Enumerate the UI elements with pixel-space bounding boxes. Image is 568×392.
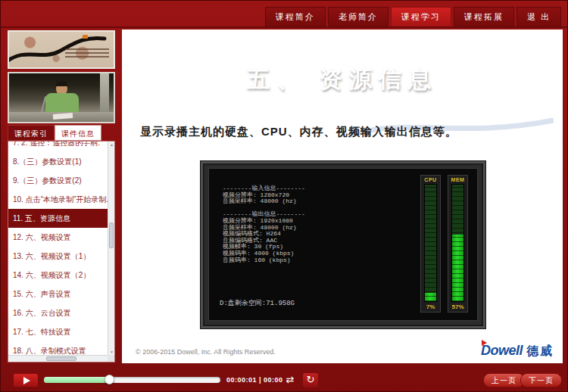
- lesson-item[interactable]: 17. 七、特技设置: [8, 322, 108, 341]
- swap-icon[interactable]: ⇄: [282, 373, 298, 387]
- nav-item[interactable]: 课程简介: [265, 7, 326, 27]
- meter-cpu: CPU7%: [420, 175, 441, 313]
- progress-track[interactable]: [44, 377, 220, 383]
- nav-item[interactable]: 课程拓展: [454, 7, 514, 27]
- logo-chinese: 德威: [526, 344, 554, 359]
- nav-item[interactable]: 退 出: [517, 7, 561, 27]
- meter-value: 57%: [451, 303, 463, 310]
- banner-wave-decoration: [133, 90, 551, 115]
- instructor-video[interactable]: [8, 72, 115, 123]
- device-screenshot: --------输入信息-------- 视频分辨率: 1280x720 音频采…: [201, 161, 485, 328]
- nav-divider: [1, 26, 567, 28]
- play-icon: [23, 377, 30, 384]
- disk-space-line: D:盘剩余空间:71.958G: [220, 298, 295, 308]
- dowell-logo: Dowell 德威: [481, 343, 554, 359]
- course-banner-image: [8, 30, 115, 69]
- replay-icon[interactable]: ↻: [303, 373, 318, 387]
- lesson-item[interactable]: 7. 2. 遥控：遥控器的手柄.: [8, 142, 108, 152]
- app-window: 课程简介老师简介课程学习课程拓展退 出 课程索引 课件信息 7. 2. 遥控：遥…: [0, 0, 568, 392]
- banner-accent: [83, 35, 88, 39]
- logo-flag-icon: [482, 340, 487, 346]
- scrollbar-corner: [108, 355, 114, 362]
- tab-course-index[interactable]: 课程索引: [8, 125, 55, 141]
- lesson-list-panel: 7. 2. 遥控：遥控器的手柄.8.（三）参数设置(1)9.（三）参数设置(2)…: [8, 141, 115, 362]
- meter-mem: MEM57%: [448, 175, 468, 313]
- horizontal-scroll-thumb[interactable]: [46, 356, 76, 361]
- play-button[interactable]: [13, 373, 39, 387]
- slide-subtitle: 显示录播主机的硬盘、CPU、内存、视频输入输出信息等。: [140, 125, 457, 139]
- slide-panel: 五、 资源信息 显示录播主机的硬盘、CPU、内存、视频输入输出信息等。 ----…: [122, 30, 563, 363]
- vertical-scrollbar[interactable]: ▲ ▼: [108, 142, 114, 355]
- lesson-item[interactable]: 13. 六、视频设置（1）: [8, 247, 108, 266]
- banner-text-decoration: [65, 48, 109, 60]
- lesson-item[interactable]: 16. 六、云台设置: [8, 303, 108, 322]
- horizontal-scrollbar[interactable]: [8, 355, 108, 362]
- lesson-item[interactable]: 9.（三）参数设置(2): [8, 171, 108, 190]
- copyright-text: © 2006-2015 Dowell, Inc. All Rights Rese…: [136, 348, 276, 356]
- lesson-item[interactable]: 8.（三）参数设置(1): [8, 152, 108, 171]
- device-screen: --------输入信息-------- 视频分辨率: 1280x720 音频采…: [208, 168, 478, 321]
- meter-value: 7%: [426, 303, 435, 310]
- lesson-item[interactable]: 12. 六、视频设置: [8, 228, 108, 247]
- lesson-item[interactable]: 11. 五、资源信息: [8, 209, 108, 228]
- meter-fill: [452, 235, 463, 301]
- lesson-item[interactable]: 14. 六、视频设置（2）: [8, 266, 108, 285]
- meter-bar: [424, 184, 437, 302]
- lesson-item[interactable]: 18. 八、录制模式设置: [8, 341, 108, 355]
- prev-page-button[interactable]: 上一页: [483, 373, 525, 387]
- lesson-item[interactable]: 10. 点击“本地录制”开始录制...: [8, 190, 108, 209]
- resource-info-text: --------输入信息-------- 视频分辨率: 1280x720 音频采…: [223, 185, 305, 263]
- vertical-scroll-thumb[interactable]: [109, 222, 114, 248]
- lesson-list: 7. 2. 遥控：遥控器的手柄.8.（三）参数设置(1)9.（三）参数设置(2)…: [8, 142, 108, 355]
- meter-label: MEM: [451, 177, 465, 182]
- instructor-hair: [56, 81, 67, 86]
- whiteboard-edge: [100, 73, 109, 113]
- meter-bar: [451, 184, 464, 302]
- sidebar-tabs: 课程索引 课件信息: [8, 125, 115, 141]
- progress-fill: [44, 377, 109, 383]
- lesson-item[interactable]: 15. 六、声音设置: [8, 285, 108, 303]
- nav-item[interactable]: 课程学习: [391, 7, 451, 27]
- scroll-up-icon[interactable]: ▲: [108, 142, 115, 147]
- meter-label: CPU: [424, 177, 436, 182]
- tab-courseware-info[interactable]: 课件信息: [55, 125, 101, 141]
- scroll-down-icon[interactable]: ▼: [108, 350, 115, 354]
- logo-wordmark: Dowell: [481, 343, 523, 359]
- system-meters: CPU7%MEM57%: [420, 175, 468, 313]
- nav-item[interactable]: 老师简介: [328, 7, 389, 27]
- progress-knob[interactable]: [105, 375, 114, 384]
- slide-title-banner: 五、 资源信息: [133, 45, 551, 115]
- lesson-scroll-area: 7. 2. 遥控：遥控器的手柄.8.（三）参数设置(1)9.（三）参数设置(2)…: [8, 142, 108, 355]
- top-nav: 课程简介老师简介课程学习课程拓展退 出: [265, 7, 561, 27]
- meter-fill: [425, 293, 436, 301]
- next-page-button[interactable]: 下一页: [520, 373, 562, 387]
